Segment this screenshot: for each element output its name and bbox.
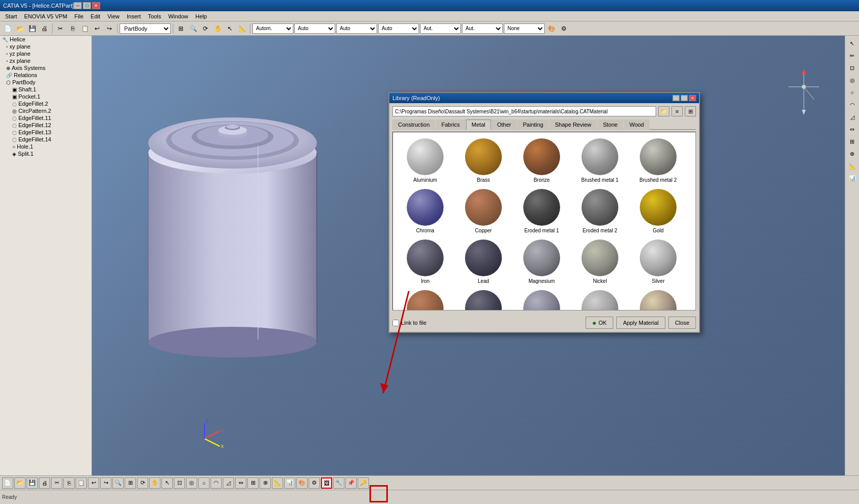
right-tool-extrude[interactable]: ⊡ (847, 62, 858, 74)
new-button[interactable]: 📄 (2, 23, 13, 34)
tree-item-shaft1[interactable]: ▣ Shaft.1 (0, 86, 91, 93)
cut-button[interactable]: ✂ (55, 23, 66, 34)
status-btn-8[interactable]: ↩ (88, 477, 99, 489)
menu-window[interactable]: Window (165, 12, 191, 20)
material-item[interactable]: Lead (455, 237, 512, 286)
status-btn-15[interactable]: ⊡ (174, 477, 185, 489)
menu-tools[interactable]: Tools (145, 12, 164, 20)
ok-button[interactable]: ● OK (586, 317, 613, 329)
measure-button[interactable]: 📐 (237, 23, 248, 34)
status-btn-10[interactable]: 🔍 (112, 477, 124, 489)
status-btn-21[interactable]: ⊞ (247, 477, 259, 489)
tree-item-axis-systems[interactable]: ⊕ Axis Systems (0, 64, 91, 71)
zoom-fit-button[interactable]: ⊞ (175, 23, 187, 34)
menu-file[interactable]: File (72, 12, 87, 20)
tree-item-pocket1[interactable]: ▣ Pocket.1 (0, 93, 91, 100)
status-btn-28[interactable]: 🔧 (333, 477, 344, 489)
rotate-button[interactable]: ⟳ (200, 23, 211, 34)
tree-item-edgefillet14[interactable]: ◌ EdgeFillet.14 (0, 136, 91, 143)
tree-item-yz-plane[interactable]: ▫ yz plane (0, 50, 91, 57)
status-btn-22[interactable]: ⊕ (260, 477, 271, 489)
tree-item-zx-plane[interactable]: ▫ zx plane (0, 57, 91, 64)
tree-item-hole1[interactable]: ○ Hole.1 (0, 143, 91, 150)
tree-item-circpattern2[interactable]: ◎ CircPattern.2 (0, 107, 91, 114)
status-btn-2[interactable]: 📂 (14, 477, 26, 489)
status-btn-26[interactable]: ⚙ (309, 477, 320, 489)
auto-select-4[interactable]: Auto (378, 23, 419, 34)
render-button[interactable]: 🎨 (546, 23, 557, 34)
material-item[interactable]: Aluminium (397, 136, 453, 185)
auto-select-3[interactable]: Auto (336, 23, 377, 34)
right-tool-measure[interactable]: 📐 (847, 160, 858, 172)
status-btn-14[interactable]: ↖ (161, 477, 173, 489)
material-item[interactable]: Iron (397, 237, 453, 286)
material-item[interactable]: Bronze (514, 136, 570, 185)
status-btn-3[interactable]: 💾 (27, 477, 38, 489)
undo-button[interactable]: ↩ (91, 23, 103, 34)
material-item[interactable] (572, 288, 628, 310)
tab-metal[interactable]: Metal (466, 119, 491, 130)
status-btn-30[interactable]: 🔑 (358, 477, 369, 489)
part-body-dropdown[interactable]: PartBody (120, 23, 171, 34)
status-btn-9[interactable]: ↪ (100, 477, 111, 489)
status-btn-24[interactable]: 📊 (284, 477, 295, 489)
material-item[interactable] (397, 288, 453, 310)
tab-other[interactable]: Other (492, 119, 517, 130)
right-tool-pattern[interactable]: ⊞ (847, 136, 858, 147)
tree-item-edgefillet2[interactable]: ◌ EdgeFillet.2 (0, 100, 91, 107)
menu-start[interactable]: Start (2, 12, 20, 20)
menu-help[interactable]: Help (192, 12, 210, 20)
status-btn-1[interactable]: 📄 (2, 477, 13, 489)
material-item[interactable]: Eroded metal 2 (572, 187, 628, 235)
status-btn-17[interactable]: ○ (198, 477, 210, 489)
status-btn-25[interactable]: 🎨 (296, 477, 308, 489)
status-btn-19[interactable]: ◿ (223, 477, 234, 489)
material-item[interactable]: Gold (630, 187, 686, 235)
material-item[interactable]: Eroded metal 1 (514, 187, 570, 235)
dialog-maximize[interactable]: □ (681, 95, 688, 101)
status-btn-13[interactable]: ✋ (149, 477, 160, 489)
close-button[interactable]: ✕ (92, 2, 100, 9)
right-tool-revolve[interactable]: ◎ (847, 75, 858, 86)
material-item[interactable]: Brass (455, 136, 512, 185)
menu-view[interactable]: View (104, 12, 123, 20)
right-tool-hole[interactable]: ○ (847, 87, 858, 98)
tab-construction[interactable]: Construction (392, 119, 435, 130)
right-tool-sketch[interactable]: ✏ (847, 50, 858, 61)
auto-select-5[interactable]: Aut. (420, 23, 461, 34)
material-item[interactable]: Brushed metal 1 (572, 136, 628, 185)
catalog-path-input[interactable] (392, 106, 656, 116)
tree-item-edgefillet12[interactable]: ◌ EdgeFillet.12 (0, 122, 91, 129)
status-btn-29[interactable]: 📌 (345, 477, 357, 489)
tab-shape-review[interactable]: Shape Review (549, 119, 597, 130)
material-item[interactable]: Copper (455, 187, 512, 235)
tab-wood[interactable]: Wood (624, 119, 650, 130)
right-tool-mirror[interactable]: ⇔ (847, 124, 858, 135)
redo-button[interactable]: ↪ (104, 23, 115, 34)
maximize-button[interactable]: □ (83, 2, 91, 9)
status-btn-6[interactable]: ⎘ (63, 477, 75, 489)
material-item[interactable]: Magnesium (514, 237, 570, 286)
dialog-minimize[interactable]: ─ (672, 95, 680, 101)
right-tool-boolean[interactable]: ⊕ (847, 148, 858, 159)
tree-item-split1[interactable]: ◈ Split.1 (0, 150, 91, 157)
tab-painting[interactable]: Painting (517, 119, 549, 130)
close-dialog-button[interactable]: Close (668, 317, 696, 329)
status-btn-11[interactable]: ⊞ (125, 477, 136, 489)
tree-item-xy-plane[interactable]: ▫ xy plane (0, 43, 91, 50)
tree-item-edgefillet13[interactable]: ◌ EdgeFillet.13 (0, 129, 91, 136)
save-button[interactable]: 💾 (27, 23, 38, 34)
right-tool-select[interactable]: ↖ (847, 38, 858, 49)
menu-edit[interactable]: Edit (87, 12, 103, 20)
status-btn-16[interactable]: ◎ (186, 477, 197, 489)
grid-view-button[interactable]: ⊞ (685, 106, 696, 116)
material-item[interactable] (514, 288, 570, 310)
settings-button[interactable]: ⚙ (558, 23, 569, 34)
auto-select-7[interactable]: None (504, 23, 545, 34)
auto-select-1[interactable]: Autom. (252, 23, 293, 34)
dialog-close[interactable]: ✕ (689, 95, 696, 101)
status-btn-18[interactable]: ◠ (211, 477, 222, 489)
paste-button[interactable]: 📋 (79, 23, 90, 34)
tab-fabrics[interactable]: Fabrics (436, 119, 466, 130)
status-btn-7[interactable]: 📋 (76, 477, 87, 489)
